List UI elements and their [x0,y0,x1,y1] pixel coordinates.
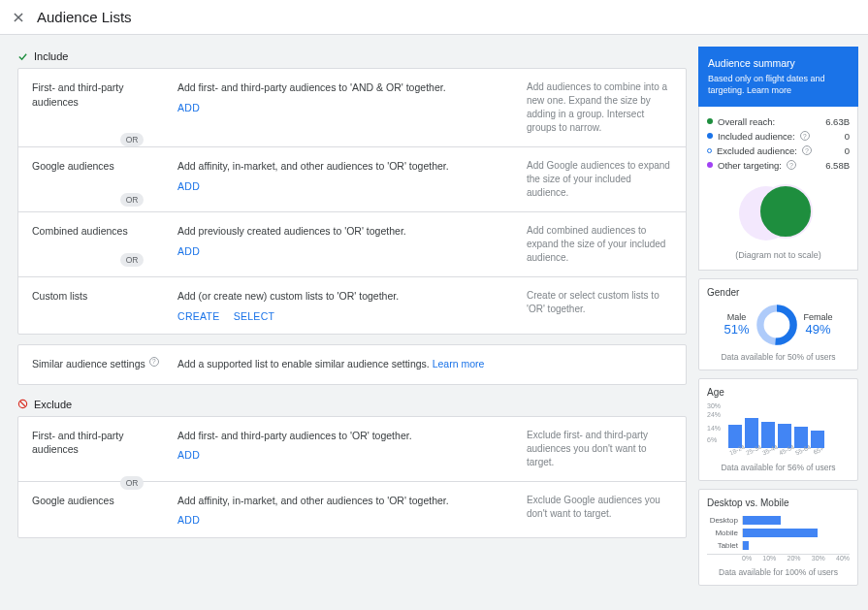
exclude-card: First- and third-party audiences Add fir… [17,416,687,539]
row-desc: Add a supported list to enable similar a… [177,357,672,372]
device-row: Tablet [707,539,850,552]
include-row-first-third: First- and third-party audiences Add fir… [18,69,686,146]
include-row-custom: Custom lists Add (or create new) custom … [18,276,686,334]
include-row-google: Google audiences Add affinity, in-market… [18,146,686,211]
gender-donut [755,304,798,346]
dot-icon [707,133,713,139]
device-row: Mobile [707,527,850,539]
help-icon[interactable]: ? [149,357,159,367]
age-card: Age 6%14%24%30% 18-2425-3435-4445-5455-6… [698,378,858,481]
exclude-row-first-third: First- and third-party audiences Add fir… [18,417,686,481]
close-icon[interactable] [12,11,25,24]
row-label: Google audiences [32,159,168,200]
main-pane: Include First- and third-party audiences… [0,35,698,610]
include-card: First- and third-party audiences Add fir… [17,68,687,335]
sidebar: Audience summary Based only on flight da… [698,35,868,610]
add-button[interactable]: ADD [177,245,200,257]
stat-excluded: Excluded audience: ? 0 [707,144,850,158]
stat-included: Included audience: ? 0 [707,129,850,144]
page-title: Audience Lists [37,9,132,25]
row-desc: Add previously created audiences to 'OR'… [177,224,517,265]
stat-other: Other targeting: ? 6.58B [707,158,850,173]
summary-subtitle[interactable]: Based only on flight dates and targeting… [708,73,849,97]
row-hint: Exclude Google audiences you don't want … [527,494,672,527]
row-desc: Add (or create new) custom lists to 'OR'… [177,289,517,322]
male-label: Male51% [723,312,749,337]
or-pill: OR [120,193,144,207]
exclude-section-head: Exclude [17,399,687,410]
row-hint: Exclude first- and third-party audiences… [527,429,672,469]
female-label: Female49% [804,312,833,337]
add-button[interactable]: ADD [177,449,200,461]
ban-icon [17,399,28,409]
exclude-label: Exclude [34,399,72,410]
summary-card: Audience summary Based only on flight da… [698,47,858,271]
help-icon[interactable]: ? [787,160,796,170]
exclude-row-google: Google audiences Add affinity, in-market… [18,481,686,538]
include-row-combined: Combined audiences Add previously create… [18,211,686,276]
create-button[interactable]: CREATE [177,310,220,322]
stat-overall-reach: Overall reach: 6.63B [707,114,850,129]
age-chart: 6%14%24%30% [707,403,850,448]
row-hint: Add combined audiences to expand the siz… [527,224,672,265]
row-hint: Add audiences to combine into a new one.… [527,80,672,135]
dot-icon [707,148,712,153]
similar-card: Similar audience settings ? Add a suppor… [17,344,687,385]
summary-header: Audience summary Based only on flight da… [698,47,858,107]
learn-more-link[interactable]: Learn more [433,358,485,369]
add-button[interactable]: ADD [177,180,200,192]
or-pill: OR [120,253,144,267]
include-label: Include [34,50,68,62]
or-pill: OR [120,476,144,490]
row-hint: Create or select custom lists to 'OR' to… [527,289,672,322]
row-desc: Add affinity, in-market, and other audie… [177,159,517,200]
header: Audience Lists [0,0,868,35]
diagram-note: (Diagram not to scale) [707,250,850,260]
row-label: Similar audience settings ? [32,357,168,372]
add-button[interactable]: ADD [177,102,200,113]
row-hint: Add Google audiences to expand the size … [527,159,672,200]
row-desc: Add first- and third-party audiences to … [177,80,517,135]
select-button[interactable]: SELECT [234,310,275,322]
row-desc: Add affinity, in-market, and other audie… [177,494,517,527]
venn-diagram [735,178,822,246]
row-label: Combined audiences [32,224,168,265]
row-label: First- and third-party audiences [32,429,168,469]
or-pill: OR [120,133,144,146]
row-desc: Add first- and third-party audiences to … [177,429,517,469]
gender-card: Gender Male51% Female49% Data available … [698,278,858,370]
row-label: Google audiences [32,494,168,527]
device-row: Desktop [707,514,850,527]
dot-icon [707,162,713,168]
help-icon[interactable]: ? [802,145,812,155]
device-chart: DesktopMobileTablet [707,514,850,552]
help-icon[interactable]: ? [800,131,810,141]
row-label: Custom lists [32,289,168,322]
dot-icon [707,118,713,124]
check-icon [17,51,28,62]
add-button[interactable]: ADD [177,514,200,526]
row-label: First- and third-party audiences [32,80,168,135]
device-card: Desktop vs. Mobile DesktopMobileTablet 0… [698,489,858,586]
include-section-head: Include [17,50,687,62]
